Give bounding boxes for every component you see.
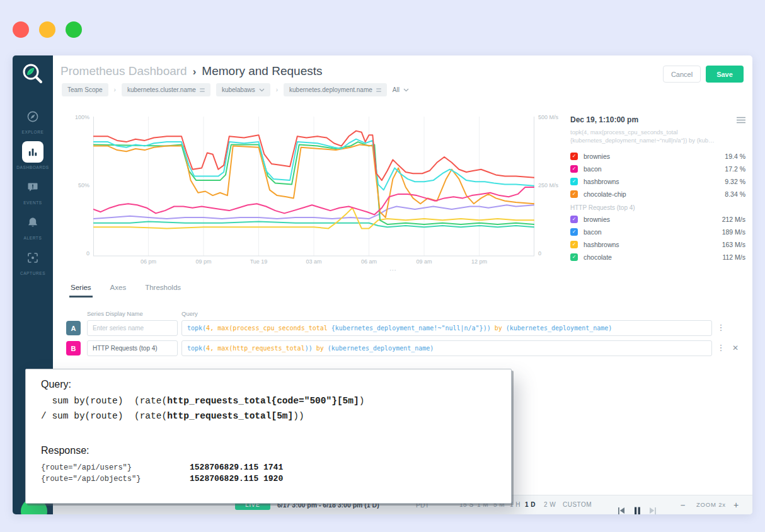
legend-item-hashbrowns[interactable]: ✓hashbrowns9.32 % bbox=[570, 175, 745, 188]
preset-1d[interactable]: 1 D bbox=[525, 495, 536, 514]
series-checkbox-icon[interactable]: ✓ bbox=[570, 165, 578, 173]
traffic-light-minimize[interactable] bbox=[39, 21, 55, 38]
tab-axes[interactable]: Axes bbox=[109, 281, 128, 298]
y-axis-right-label: 250 M/s bbox=[538, 182, 571, 188]
series-name-input-a[interactable] bbox=[87, 320, 178, 336]
series-checkbox-icon[interactable]: ✓ bbox=[570, 153, 578, 160]
popup-response-label: Response: bbox=[41, 445, 89, 456]
legend-series-name: bacon bbox=[584, 165, 725, 173]
series-badge-a: A bbox=[66, 321, 81, 335]
filter-chip-all[interactable]: All bbox=[393, 86, 409, 93]
bar-chart-icon bbox=[22, 141, 43, 163]
legend-item-brownies[interactable]: ✓brownies19.4 % bbox=[570, 150, 745, 163]
timeseries-chart[interactable] bbox=[93, 117, 534, 258]
preset-custom[interactable]: CUSTOM bbox=[563, 495, 592, 514]
x-axis-tick-label: 06 pm bbox=[130, 258, 168, 265]
series-checkbox-icon[interactable]: ✓ bbox=[570, 241, 578, 248]
popup-query-line: sum by(route) (rate(http_requests_total{… bbox=[41, 396, 364, 406]
series-checkbox-icon[interactable]: ✓ bbox=[570, 216, 578, 223]
y-axis-right-label: 500 M/s bbox=[538, 114, 571, 120]
filter-operator-icon bbox=[200, 88, 205, 93]
filter-separator: › bbox=[276, 86, 278, 93]
legend-series-value: 212 M/s bbox=[722, 216, 745, 223]
breadcrumb-parent[interactable]: Prometheus Dashboard bbox=[60, 64, 187, 78]
filter-chip-kubelabaws[interactable]: kubelabaws bbox=[216, 83, 270, 96]
desktop: { "window_chrome": { "traffic_lights": [… bbox=[0, 0, 765, 532]
filter-chip-kubernetes-cluster-name[interactable]: kubernetes.cluster.name bbox=[122, 83, 210, 96]
sidebar-item-alerts[interactable]: ALERTS bbox=[22, 212, 43, 240]
y-axis-left-label: 100% bbox=[59, 114, 89, 120]
zoom-in-button[interactable]: + bbox=[733, 495, 739, 514]
page-title: Memory and Requests bbox=[202, 64, 322, 78]
x-axis-tick-label: 09 am bbox=[405, 258, 443, 265]
sidebar-item-label: EVENTS bbox=[23, 200, 42, 205]
traffic-light-zoom[interactable] bbox=[66, 21, 82, 38]
event-bubble-icon bbox=[22, 176, 43, 198]
legend-series-name: hashbrowns bbox=[584, 241, 722, 248]
team-scope-chip[interactable]: Team Scope bbox=[62, 83, 108, 96]
breadcrumb-separator: › bbox=[193, 66, 197, 78]
legend-series-name: hashbrowns bbox=[584, 178, 725, 185]
x-axis-tick-label: 12 pm bbox=[461, 258, 498, 265]
legend-series-value: 163 M/s bbox=[722, 241, 745, 248]
remove-row-icon[interactable]: ✕ bbox=[732, 344, 739, 352]
legend-item-hashbrowns[interactable]: ✓hashbrowns163 M/s bbox=[570, 238, 745, 251]
sidebar-item-explore[interactable]: EXPLORE bbox=[22, 106, 44, 134]
legend-item-brownies[interactable]: ✓brownies212 M/s bbox=[570, 213, 745, 226]
editor-tabs: SeriesAxesThresholds bbox=[69, 281, 182, 298]
tab-series[interactable]: Series bbox=[69, 281, 93, 298]
chevron-down-icon bbox=[259, 88, 265, 92]
query-input-a[interactable]: topk(4, max(process_cpu_seconds_total {k… bbox=[181, 320, 712, 336]
legend-item-chocolate-chip[interactable]: ✓chocolate-chip8.34 % bbox=[570, 188, 745, 200]
chart-resize-handle[interactable]: ⋯ bbox=[389, 266, 397, 274]
row-menu-icon[interactable]: ⋮ bbox=[716, 323, 726, 332]
tab-thresholds[interactable]: Thresholds bbox=[144, 281, 182, 298]
x-axis-tick-label: 09 pm bbox=[185, 258, 222, 265]
legend-query-caption: topk(4, max(process_cpu_seconds_total {k… bbox=[570, 129, 745, 144]
legend-series-name: chocolate bbox=[584, 253, 722, 261]
save-button[interactable]: Save bbox=[706, 66, 744, 83]
traffic-light-close[interactable] bbox=[13, 21, 29, 38]
zoom-level-label: ZOOM 2x bbox=[696, 495, 726, 514]
legend-timestamp: Dec 19, 1:10:00 pm bbox=[570, 115, 638, 124]
app-window: EXPLOREDASHBOARDSEVENTSALERTSCAPTURES Pr… bbox=[13, 55, 752, 514]
legend-item-chocolate[interactable]: ✓chocolate112 M/s bbox=[570, 251, 745, 263]
series-name-input-b[interactable] bbox=[87, 340, 178, 356]
sidebar-item-label: CAPTURES bbox=[20, 271, 45, 275]
skip-forward-icon[interactable] bbox=[649, 495, 657, 514]
legend-menu-icon[interactable] bbox=[737, 117, 745, 124]
sidebar-item-dashboards[interactable]: DASHBOARDS bbox=[16, 141, 49, 170]
filter-chip-kubernetes-deployment-name[interactable]: kubernetes.deployment.name bbox=[284, 83, 387, 96]
capture-icon bbox=[22, 247, 43, 269]
series-checkbox-icon[interactable]: ✓ bbox=[570, 178, 578, 185]
skip-back-icon[interactable] bbox=[618, 495, 625, 514]
legend-series-name: bacon bbox=[584, 228, 722, 236]
sidebar-item-label: ALERTS bbox=[24, 236, 42, 240]
cancel-button[interactable]: Cancel bbox=[663, 66, 701, 83]
x-axis-tick-label: Tue 19 bbox=[240, 258, 278, 265]
series-checkbox-icon[interactable]: ✓ bbox=[570, 190, 578, 198]
popup-query-label: Query: bbox=[41, 379, 71, 390]
sidebar-item-events[interactable]: EVENTS bbox=[22, 176, 43, 205]
sidebar-item-label: EXPLORE bbox=[22, 130, 44, 134]
row-menu-icon[interactable]: ⋮ bbox=[716, 343, 726, 352]
app-logo-magnifier-icon[interactable] bbox=[19, 61, 47, 89]
legend-series-value: 112 M/s bbox=[722, 253, 745, 261]
zoom-out-button[interactable]: – bbox=[681, 495, 685, 514]
legend-item-bacon[interactable]: ✓bacon189 M/s bbox=[570, 226, 745, 238]
legend-series-value: 17.2 % bbox=[725, 165, 745, 173]
popup-response-row: {route="/api/users"}1528706829.115 1741 bbox=[41, 461, 283, 473]
series-checkbox-icon[interactable]: ✓ bbox=[570, 228, 578, 236]
pause-icon[interactable] bbox=[634, 495, 641, 514]
chevron-down-icon bbox=[403, 88, 409, 92]
preset-2w[interactable]: 2 W bbox=[544, 495, 556, 514]
y-axis-left-label: 0 bbox=[59, 250, 89, 257]
legend-item-bacon[interactable]: ✓bacon17.2 % bbox=[570, 163, 745, 175]
sidebar-item-label: DASHBOARDS bbox=[16, 165, 49, 170]
sidebar-item-captures[interactable]: CAPTURES bbox=[20, 247, 45, 275]
compass-icon bbox=[22, 106, 43, 127]
sidebar-nav: EXPLOREDASHBOARDSEVENTSALERTSCAPTURES bbox=[13, 106, 53, 282]
query-input-b[interactable]: topk(4, max(http_requests_total)) by (ku… bbox=[181, 340, 712, 356]
legend-group-label: HTTP Requests (top 4) bbox=[570, 202, 745, 213]
series-checkbox-icon[interactable]: ✓ bbox=[570, 253, 578, 261]
